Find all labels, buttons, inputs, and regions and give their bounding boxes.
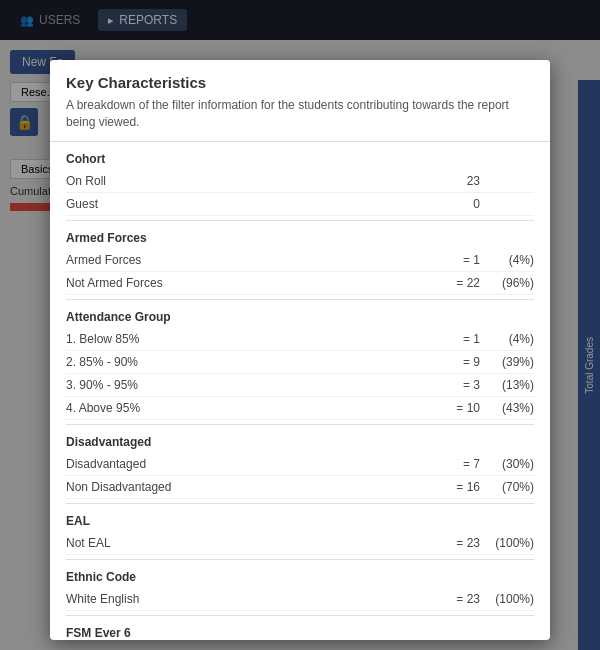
section-header-eal: EAL bbox=[66, 503, 534, 532]
section-header-attendance-group: Attendance Group bbox=[66, 299, 534, 328]
row-label-attendance-group-3: 4. Above 95% bbox=[66, 401, 424, 415]
data-row-cohort-0: On Roll23 bbox=[66, 170, 534, 193]
data-row-attendance-group-3: 4. Above 95%= 10(43%) bbox=[66, 397, 534, 420]
row-value-attendance-group-1: = 9 bbox=[424, 355, 484, 369]
row-pct-ethnic-code-0: (100%) bbox=[484, 592, 534, 606]
row-label-disadvantaged-1: Non Disadvantaged bbox=[66, 480, 424, 494]
row-label-attendance-group-2: 3. 90% - 95% bbox=[66, 378, 424, 392]
row-pct-disadvantaged-1: (70%) bbox=[484, 480, 534, 494]
data-row-eal-0: Not EAL= 23(100%) bbox=[66, 532, 534, 555]
row-pct-attendance-group-3: (43%) bbox=[484, 401, 534, 415]
row-value-disadvantaged-0: = 7 bbox=[424, 457, 484, 471]
row-pct-armed-forces-0: (4%) bbox=[484, 253, 534, 267]
modal-header: Key Characteristics A breakdown of the f… bbox=[50, 60, 550, 142]
section-header-ethnic-code: Ethnic Code bbox=[66, 559, 534, 588]
row-pct-attendance-group-1: (39%) bbox=[484, 355, 534, 369]
row-pct-eal-0: (100%) bbox=[484, 536, 534, 550]
row-value-attendance-group-0: = 1 bbox=[424, 332, 484, 346]
modal-title: Key Characteristics bbox=[66, 74, 534, 91]
data-row-cohort-1: Guest0 bbox=[66, 193, 534, 216]
data-row-disadvantaged-1: Non Disadvantaged= 16(70%) bbox=[66, 476, 534, 499]
row-label-cohort-1: Guest bbox=[66, 197, 424, 211]
row-pct-attendance-group-0: (4%) bbox=[484, 332, 534, 346]
data-row-attendance-group-1: 2. 85% - 90%= 9(39%) bbox=[66, 351, 534, 374]
row-value-cohort-0: 23 bbox=[424, 174, 484, 188]
row-pct-armed-forces-1: (96%) bbox=[484, 276, 534, 290]
data-row-attendance-group-0: 1. Below 85%= 1(4%) bbox=[66, 328, 534, 351]
row-pct-attendance-group-2: (13%) bbox=[484, 378, 534, 392]
data-row-disadvantaged-0: Disadvantaged= 7(30%) bbox=[66, 453, 534, 476]
row-label-cohort-0: On Roll bbox=[66, 174, 424, 188]
row-label-armed-forces-0: Armed Forces bbox=[66, 253, 424, 267]
row-label-ethnic-code-0: White English bbox=[66, 592, 424, 606]
row-label-attendance-group-1: 2. 85% - 90% bbox=[66, 355, 424, 369]
section-header-armed-forces: Armed Forces bbox=[66, 220, 534, 249]
row-value-attendance-group-3: = 10 bbox=[424, 401, 484, 415]
row-value-eal-0: = 23 bbox=[424, 536, 484, 550]
row-label-attendance-group-0: 1. Below 85% bbox=[66, 332, 424, 346]
modal-subtitle: A breakdown of the filter information fo… bbox=[66, 97, 534, 131]
data-row-armed-forces-0: Armed Forces= 1(4%) bbox=[66, 249, 534, 272]
modal-body[interactable]: CohortOn Roll23Guest0Armed ForcesArmed F… bbox=[50, 142, 550, 640]
data-row-ethnic-code-0: White English= 23(100%) bbox=[66, 588, 534, 611]
section-header-fsm-ever-6: FSM Ever 6 bbox=[66, 615, 534, 640]
row-value-armed-forces-1: = 22 bbox=[424, 276, 484, 290]
row-value-disadvantaged-1: = 16 bbox=[424, 480, 484, 494]
data-row-attendance-group-2: 3. 90% - 95%= 3(13%) bbox=[66, 374, 534, 397]
row-label-disadvantaged-0: Disadvantaged bbox=[66, 457, 424, 471]
section-header-cohort: Cohort bbox=[66, 142, 534, 170]
section-header-disadvantaged: Disadvantaged bbox=[66, 424, 534, 453]
data-row-armed-forces-1: Not Armed Forces= 22(96%) bbox=[66, 272, 534, 295]
key-characteristics-modal: Key Characteristics A breakdown of the f… bbox=[50, 60, 550, 640]
row-value-cohort-1: 0 bbox=[424, 197, 484, 211]
row-pct-disadvantaged-0: (30%) bbox=[484, 457, 534, 471]
row-value-armed-forces-0: = 1 bbox=[424, 253, 484, 267]
row-label-eal-0: Not EAL bbox=[66, 536, 424, 550]
row-label-armed-forces-1: Not Armed Forces bbox=[66, 276, 424, 290]
row-value-attendance-group-2: = 3 bbox=[424, 378, 484, 392]
row-value-ethnic-code-0: = 23 bbox=[424, 592, 484, 606]
modal-overlay: Key Characteristics A breakdown of the f… bbox=[0, 0, 600, 650]
